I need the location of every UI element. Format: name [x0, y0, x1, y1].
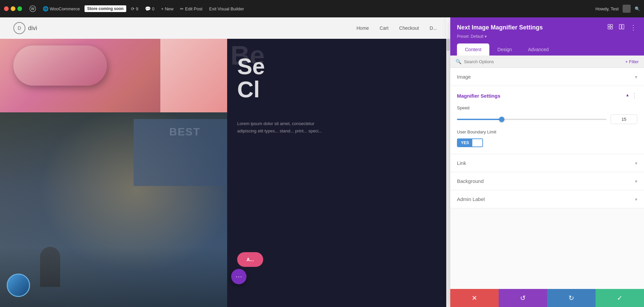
sync-item[interactable]: ⟳ 9: [129, 6, 140, 12]
nav-home[interactable]: Home: [356, 25, 369, 31]
person-silhouette: [40, 247, 60, 287]
search-icon[interactable]: 🔍: [635, 6, 640, 11]
comments-item[interactable]: 💬 0: [143, 5, 156, 12]
save-button[interactable]: ✓: [596, 289, 644, 307]
magnifier-section-header[interactable]: Magnifier Settings ▾ ⋮: [450, 86, 644, 105]
traffic-light-red[interactable]: [4, 6, 9, 11]
magnifier-section-content: Speed 15 User Boundary Limit: [450, 105, 644, 154]
hero-body-text: Lorem ipsum dolor sit amet, consectetur …: [237, 120, 324, 135]
new-button[interactable]: + New: [159, 6, 175, 12]
divi-logo[interactable]: D divi: [13, 22, 37, 34]
image-section-title: Image: [457, 74, 471, 80]
hero-cta-button[interactable]: A...: [237, 252, 263, 267]
right-scrollbar[interactable]: [446, 17, 450, 307]
pink-cushion: [13, 45, 107, 86]
sync-count: 9: [136, 6, 138, 11]
panel-body[interactable]: 🔍 + Filter Image ▾ Magnifier Settings: [450, 56, 644, 289]
tab-advanced[interactable]: Advanced: [520, 43, 557, 56]
user-boundary-field: User Boundary Limit YES: [457, 129, 637, 147]
preset-arrow-icon: ▾: [485, 34, 487, 39]
link-section: Link ▾: [450, 154, 644, 172]
svg-rect-6: [619, 24, 621, 29]
panel-more-icon[interactable]: ⋮: [629, 23, 637, 32]
nav-cart[interactable]: Cart: [380, 25, 388, 31]
svg-rect-4: [608, 27, 610, 29]
background-section-title: Background: [457, 178, 484, 184]
magnifier-section-title: Magnifier Settings: [457, 93, 500, 99]
background-section-header[interactable]: Background ▾: [450, 172, 644, 190]
speed-value-input[interactable]: 15: [611, 114, 637, 124]
redo-icon: ↻: [569, 294, 574, 302]
speed-label: Speed: [457, 105, 637, 110]
panel-footer: ✕ ↺ ↻ ✓: [450, 289, 644, 307]
magnifier-section: Magnifier Settings ▾ ⋮ Speed: [450, 86, 644, 154]
edit-post-button[interactable]: ✏ Edit Post: [178, 6, 204, 12]
exit-builder-label: Exit Visual Builder: [209, 6, 244, 11]
image-section: Image ▾: [450, 68, 644, 86]
admin-label-section: Admin Label ▾: [450, 190, 644, 208]
admin-label-section-title: Admin Label: [457, 196, 485, 202]
wp-logo[interactable]: W: [27, 5, 38, 13]
toggle-no[interactable]: [472, 139, 482, 146]
toggle-yes[interactable]: YES: [458, 139, 472, 146]
search-options-input[interactable]: [464, 59, 625, 64]
search-magnifier-icon: 🔍: [456, 59, 461, 64]
settings-panel: Next Image Magnifier Settings ⋮ Preset: …: [450, 17, 644, 307]
sync-icon: ⟳: [131, 6, 135, 11]
yes-no-toggle[interactable]: YES: [457, 138, 483, 147]
divi-logo-circle: D: [13, 22, 25, 34]
hero-line2: Cl: [237, 79, 440, 100]
link-section-header[interactable]: Link ▾: [450, 154, 644, 172]
speed-field: Speed 15: [457, 105, 637, 124]
panel-title: Next Image Magnifier Settings: [457, 24, 543, 31]
map-backdrop: [134, 119, 227, 186]
admin-label-section-header[interactable]: Admin Label ▾: [450, 190, 644, 208]
store-badge[interactable]: Store coming soon: [85, 5, 126, 12]
exit-builder-button[interactable]: Exit Visual Builder: [207, 6, 246, 12]
undo-button[interactable]: ↺: [499, 289, 547, 307]
nav-more[interactable]: D...: [430, 25, 437, 31]
traffic-light-green[interactable]: [17, 6, 22, 11]
speed-slider-track[interactable]: [457, 119, 607, 120]
redo-button[interactable]: ↻: [547, 289, 596, 307]
cancel-button[interactable]: ✕: [450, 289, 499, 307]
tab-design[interactable]: Design: [489, 43, 520, 56]
hero-image-bottom: BEST: [0, 112, 227, 307]
background-chevron-down-icon: ▾: [635, 179, 637, 184]
traffic-light-yellow[interactable]: [11, 6, 15, 11]
nav-checkout[interactable]: Checkout: [399, 25, 419, 31]
panel-title-row: Next Image Magnifier Settings ⋮: [457, 23, 637, 32]
image-chevron-down-icon: ▾: [635, 74, 637, 80]
image-section-header[interactable]: Image ▾: [450, 68, 644, 86]
panel-expand-icon[interactable]: [607, 23, 614, 32]
speed-slider-thumb[interactable]: [499, 117, 504, 122]
save-icon: ✓: [617, 294, 623, 302]
site-icon: 🌐: [43, 6, 48, 11]
panel-title-actions: ⋮: [607, 23, 637, 32]
toggle-row: YES: [457, 138, 637, 147]
link-chevron-down-icon: ▾: [635, 161, 637, 166]
comment-icon: 💬: [145, 6, 151, 11]
desk-floor: [0, 247, 227, 307]
panel-preset[interactable]: Preset: Default ▾: [457, 34, 637, 39]
panel-layout-icon[interactable]: [618, 23, 625, 32]
hero-text-side: Be Se Cl Lorem ipsum dolor sit amet, con…: [227, 39, 450, 307]
woocommerce-link[interactable]: 🌐 WooCommerce: [41, 5, 82, 12]
tab-content[interactable]: Content: [457, 43, 489, 56]
divi-site-header: D divi Home Cart Checkout D...: [0, 17, 450, 39]
magnifier-more-icon[interactable]: ⋮: [631, 92, 637, 99]
svg-rect-2: [608, 24, 610, 26]
cancel-icon: ✕: [472, 294, 477, 302]
search-bar-row: 🔍 + Filter: [450, 56, 644, 68]
undo-icon: ↺: [520, 294, 526, 302]
new-label: + New: [161, 6, 173, 11]
hero-bg-text: Be: [230, 42, 265, 69]
svg-text:W: W: [31, 7, 35, 11]
svg-rect-7: [622, 24, 624, 29]
float-dots-icon: ⋯: [235, 273, 242, 281]
filter-button[interactable]: + Filter: [625, 59, 639, 64]
admin-bar-right: Howdy, Test 🔍: [595, 5, 640, 13]
float-settings-button[interactable]: ⋯: [231, 269, 247, 284]
magnifier-section-actions: ▾ ⋮: [626, 92, 637, 99]
user-boundary-label: User Boundary Limit: [457, 129, 637, 134]
